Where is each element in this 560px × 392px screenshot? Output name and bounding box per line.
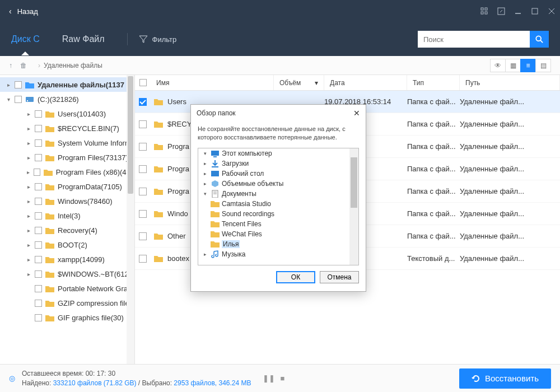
checkbox[interactable] bbox=[35, 241, 42, 249]
tree-item[interactable]: ▸ Program Files (x86)(454 bbox=[0, 165, 134, 179]
search-button[interactable] bbox=[530, 31, 549, 48]
checkbox[interactable] bbox=[15, 81, 22, 88]
view-list-button[interactable]: ≡ bbox=[520, 59, 536, 72]
dialog-scrollbar[interactable] bbox=[349, 148, 358, 265]
checkbox[interactable] bbox=[139, 79, 147, 86]
dialog-tree-item[interactable]: ▸ Объемные объекты bbox=[198, 179, 358, 189]
tree-item[interactable]: GZIP compression file( bbox=[0, 296, 134, 310]
checkbox[interactable] bbox=[35, 270, 42, 278]
chevron-right-icon[interactable]: ▸ bbox=[25, 227, 32, 234]
tree-item[interactable]: ▸ Windows(78460) bbox=[0, 194, 134, 208]
chevron-right-icon[interactable]: ▸ bbox=[25, 155, 32, 161]
row-checkbox-cell[interactable] bbox=[135, 143, 151, 151]
checkbox[interactable] bbox=[139, 120, 147, 128]
row-checkbox-cell[interactable] bbox=[135, 232, 151, 240]
checkbox[interactable] bbox=[35, 198, 42, 205]
checkbox[interactable] bbox=[35, 212, 42, 220]
minimize-button[interactable] bbox=[510, 3, 526, 20]
checkbox[interactable] bbox=[139, 165, 147, 173]
dialog-tree-item[interactable]: ▾ Документы bbox=[198, 189, 358, 199]
chevron-right-icon[interactable]: ▸ bbox=[25, 140, 32, 146]
chevron-icon[interactable]: ▸ bbox=[202, 181, 208, 186]
checkbox[interactable] bbox=[35, 227, 42, 234]
chevron-right-icon[interactable]: ▸ bbox=[25, 242, 32, 248]
chevron-icon[interactable]: ▾ bbox=[202, 191, 208, 197]
row-checkbox-cell[interactable] bbox=[135, 210, 151, 218]
row-checkbox-cell[interactable] bbox=[135, 165, 151, 173]
dialog-tree-item[interactable]: ▸ Загрузки bbox=[198, 158, 358, 169]
maximize-button[interactable] bbox=[526, 3, 543, 20]
chevron-right-icon[interactable]: ▸ bbox=[25, 256, 32, 263]
filter-button[interactable]: Фильтр bbox=[139, 35, 177, 44]
checkbox[interactable] bbox=[35, 285, 42, 292]
chevron-right-icon[interactable]: ▸ bbox=[25, 111, 32, 117]
pause-icon[interactable]: ❚❚ bbox=[263, 374, 275, 382]
grid-icon[interactable] bbox=[476, 3, 493, 20]
tree-item[interactable]: Portable Network Grap bbox=[0, 281, 134, 296]
checkbox[interactable] bbox=[139, 232, 147, 240]
trash-icon[interactable]: 🗑 bbox=[20, 62, 27, 69]
checkbox[interactable] bbox=[35, 125, 42, 132]
checkbox[interactable] bbox=[139, 255, 147, 263]
tree-item[interactable]: ▸ BOOT(2) bbox=[0, 237, 134, 252]
checkbox[interactable] bbox=[35, 183, 42, 190]
checkbox[interactable] bbox=[35, 154, 42, 161]
dialog-tree-item[interactable]: Sound recordings bbox=[198, 209, 358, 219]
col-type[interactable]: Тип bbox=[407, 75, 460, 90]
checkbox[interactable] bbox=[35, 300, 42, 307]
dialog-tree-item[interactable]: ▸ Рабочий стол bbox=[198, 169, 358, 179]
tree-root-drive[interactable]: ▾ (C:)(321826) bbox=[0, 92, 134, 106]
chevron-icon[interactable]: ▸ bbox=[202, 171, 208, 176]
col-date[interactable]: Дата bbox=[324, 75, 407, 90]
header-checkbox-cell[interactable] bbox=[135, 79, 151, 86]
tree-item[interactable]: ▸ xampp(14099) bbox=[0, 252, 134, 267]
dialog-tree-item[interactable]: ▸ Музыка bbox=[198, 249, 358, 259]
view-grid-button[interactable]: ▦ bbox=[505, 59, 521, 72]
chevron-right-icon[interactable]: ▸ bbox=[25, 271, 32, 277]
col-name[interactable]: Имя bbox=[151, 75, 274, 90]
search-input[interactable] bbox=[418, 31, 530, 48]
checkbox[interactable] bbox=[139, 143, 147, 151]
checkbox[interactable] bbox=[139, 210, 147, 218]
dialog-tree-item[interactable]: Илья bbox=[198, 239, 358, 249]
chevron-icon[interactable]: ▸ bbox=[202, 251, 208, 257]
checkbox[interactable] bbox=[139, 98, 147, 106]
row-checkbox-cell[interactable] bbox=[135, 98, 151, 106]
dialog-tree-item[interactable]: Tencent Files bbox=[198, 219, 358, 229]
checkbox[interactable] bbox=[139, 188, 147, 195]
checkbox[interactable] bbox=[35, 139, 42, 147]
sidebar-scrollbar[interactable] bbox=[127, 75, 134, 364]
tree-item[interactable]: ▸ Recovery(4) bbox=[0, 223, 134, 237]
chevron-right-icon[interactable]: ▸ bbox=[25, 125, 32, 132]
dialog-ok-button[interactable]: ОК bbox=[276, 271, 315, 283]
checkbox[interactable] bbox=[35, 110, 42, 118]
col-volume[interactable]: Объём ▾ bbox=[274, 75, 324, 90]
chevron-right-icon[interactable]: ▸ bbox=[25, 169, 31, 175]
tree-item[interactable]: ▸ System Volume Inform bbox=[0, 136, 134, 150]
scrollbar-thumb[interactable] bbox=[128, 76, 133, 194]
row-checkbox-cell[interactable] bbox=[135, 255, 151, 263]
chevron-right-icon[interactable]: ▸ bbox=[25, 198, 32, 204]
scrollbar-thumb[interactable] bbox=[351, 157, 357, 208]
tree-item[interactable]: ▸ $WINDOWS.~BT(612) bbox=[0, 267, 134, 281]
back-button[interactable]: ‹ Назад bbox=[0, 7, 47, 16]
dialog-tree-item[interactable]: WeChat Files bbox=[198, 229, 358, 239]
maximize2-icon[interactable] bbox=[493, 3, 510, 20]
tree-root-deleted[interactable]: ▸ Удаленные файлы(1137 bbox=[0, 77, 134, 92]
tree-item[interactable]: GIF graphics file(30) bbox=[0, 310, 134, 325]
tree-item[interactable]: ▸ Users(101403) bbox=[0, 106, 134, 121]
stop-icon[interactable]: ■ bbox=[281, 374, 285, 382]
view-preview-button[interactable]: 👁 bbox=[490, 59, 506, 72]
view-detail-button[interactable]: ▤ bbox=[535, 59, 551, 72]
tree-item[interactable]: ▸ Program Files(73137) bbox=[0, 150, 134, 165]
up-arrow-icon[interactable]: ↑ bbox=[9, 62, 12, 69]
tree-item[interactable]: ▸ Intel(3) bbox=[0, 208, 134, 223]
dialog-cancel-button[interactable]: Отмена bbox=[320, 271, 359, 283]
dialog-close-button[interactable]: ✕ bbox=[353, 109, 360, 118]
chevron-right-icon[interactable]: ▸ bbox=[25, 184, 32, 190]
checkbox[interactable] bbox=[35, 314, 42, 321]
dialog-tree-item[interactable]: ▾ Этот компьютер bbox=[198, 148, 358, 158]
tree-item[interactable]: ▸ $RECYCLE.BIN(7) bbox=[0, 121, 134, 136]
tree-item[interactable]: ▸ ProgramData(7105) bbox=[0, 179, 134, 194]
tab-raw-file[interactable]: Raw Файл bbox=[62, 29, 105, 50]
